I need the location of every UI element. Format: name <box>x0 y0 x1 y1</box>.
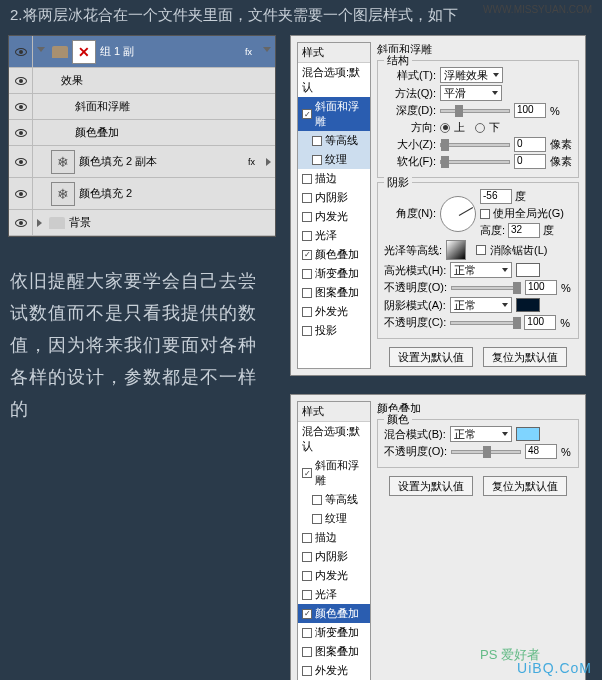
reset-default-button[interactable]: 复位为默认值 <box>483 347 567 367</box>
style-contour[interactable]: 等高线 <box>298 131 370 150</box>
style-pattern-overlay[interactable]: 图案叠加 <box>298 642 370 661</box>
expand-icon[interactable] <box>37 219 42 227</box>
style-outer-glow[interactable]: 外发光 <box>298 302 370 321</box>
visibility-icon[interactable] <box>15 103 27 111</box>
checkbox[interactable] <box>302 307 312 317</box>
style-stroke[interactable]: 描边 <box>298 528 370 547</box>
shadow-color[interactable] <box>516 298 540 312</box>
technique-select[interactable]: 平滑 <box>440 85 502 101</box>
style-drop-shadow[interactable]: 投影 <box>298 321 370 340</box>
visibility-icon[interactable] <box>15 158 27 166</box>
visibility-icon[interactable] <box>15 219 27 227</box>
radio-up[interactable] <box>440 123 450 133</box>
visibility-icon[interactable] <box>15 48 27 56</box>
style-inner-glow[interactable]: 内发光 <box>298 566 370 585</box>
style-bevel[interactable]: 斜面和浮雕 <box>298 97 370 131</box>
reset-default-button[interactable]: 复位为默认值 <box>483 476 567 496</box>
angle-input[interactable]: -56 <box>480 189 512 204</box>
checkbox[interactable] <box>302 628 312 638</box>
gloss-contour-picker[interactable] <box>446 240 466 260</box>
style-blend-default[interactable]: 混合选项:默认 <box>298 63 370 97</box>
style-inner-shadow[interactable]: 内阴影 <box>298 188 370 207</box>
checkbox[interactable] <box>302 571 312 581</box>
highlight-color[interactable] <box>516 263 540 277</box>
size-input[interactable]: 0 <box>514 137 546 152</box>
fx-header-row[interactable]: 效果 <box>9 68 275 94</box>
checkbox[interactable] <box>302 288 312 298</box>
layer-group-row[interactable]: ✕ 组 1 副 fx <box>9 36 275 68</box>
layer-bg-row[interactable]: 背景 <box>9 210 275 236</box>
soften-input[interactable]: 0 <box>514 154 546 169</box>
highlight-mode-select[interactable]: 正常 <box>450 262 512 278</box>
checkbox[interactable] <box>302 590 312 600</box>
style-pattern-overlay[interactable]: 图案叠加 <box>298 283 370 302</box>
fx-badge[interactable]: fx <box>242 47 255 57</box>
checkbox[interactable] <box>302 666 312 676</box>
blend-mode-select[interactable]: 正常 <box>450 426 512 442</box>
checkbox[interactable] <box>302 269 312 279</box>
checkbox[interactable] <box>302 250 312 260</box>
style-texture[interactable]: 纹理 <box>298 150 370 169</box>
visibility-icon[interactable] <box>15 77 27 85</box>
style-contour[interactable]: 等高线 <box>298 490 370 509</box>
style-texture[interactable]: 纹理 <box>298 509 370 528</box>
style-inner-shadow[interactable]: 内阴影 <box>298 547 370 566</box>
checkbox[interactable] <box>302 109 312 119</box>
checkbox[interactable] <box>302 193 312 203</box>
fx-expand-icon[interactable] <box>263 47 271 56</box>
soften-slider[interactable] <box>440 160 510 164</box>
global-light-checkbox[interactable] <box>480 209 490 219</box>
visibility-icon[interactable] <box>15 190 27 198</box>
checkbox[interactable] <box>302 212 312 222</box>
opacity-slider[interactable] <box>451 450 521 454</box>
fx-overlay-row[interactable]: 颜色叠加 <box>9 120 275 146</box>
checkbox[interactable] <box>302 231 312 241</box>
style-stroke[interactable]: 描边 <box>298 169 370 188</box>
style-inner-glow[interactable]: 内发光 <box>298 207 370 226</box>
altitude-input[interactable]: 32 <box>508 223 540 238</box>
checkbox[interactable] <box>302 533 312 543</box>
style-satin[interactable]: 光泽 <box>298 585 370 604</box>
checkbox[interactable] <box>302 326 312 336</box>
fx-bevel-row[interactable]: 斜面和浮雕 <box>9 94 275 120</box>
checkbox[interactable] <box>312 136 322 146</box>
style-outer-glow[interactable]: 外发光 <box>298 661 370 680</box>
make-default-button[interactable]: 设置为默认值 <box>389 476 473 496</box>
checkbox[interactable] <box>312 155 322 165</box>
radio-down[interactable] <box>475 123 485 133</box>
angle-picker[interactable] <box>440 196 476 232</box>
style-color-overlay[interactable]: 颜色叠加 <box>298 604 370 623</box>
checkbox[interactable] <box>312 514 322 524</box>
shadow-mode-select[interactable]: 正常 <box>450 297 512 313</box>
style-bevel[interactable]: 斜面和浮雕 <box>298 456 370 490</box>
checkbox[interactable] <box>302 609 312 619</box>
checkbox[interactable] <box>302 647 312 657</box>
layer-fill2copy-row[interactable]: ❄ 颜色填充 2 副本 fx <box>9 146 275 178</box>
style-blend-default[interactable]: 混合选项:默认 <box>298 422 370 456</box>
checkbox[interactable] <box>302 552 312 562</box>
style-select[interactable]: 浮雕效果 <box>440 67 503 83</box>
shadow-opacity-input[interactable]: 100 <box>524 315 556 330</box>
opacity-input[interactable]: 48 <box>525 444 557 459</box>
depth-input[interactable]: 100 <box>514 103 546 118</box>
style-color-overlay[interactable]: 颜色叠加 <box>298 245 370 264</box>
style-grad-overlay[interactable]: 渐变叠加 <box>298 623 370 642</box>
checkbox[interactable] <box>302 468 312 478</box>
style-satin[interactable]: 光泽 <box>298 226 370 245</box>
fx-badge[interactable]: fx <box>245 157 258 167</box>
visibility-icon[interactable] <box>15 129 27 137</box>
shadow-opacity-slider[interactable] <box>450 321 520 325</box>
fx-expand-icon[interactable] <box>266 158 271 166</box>
highlight-opacity-input[interactable]: 100 <box>525 280 557 295</box>
layer-fill2-row[interactable]: ❄ 颜色填充 2 <box>9 178 275 210</box>
overlay-color-swatch[interactable] <box>516 427 540 441</box>
antialias-checkbox[interactable] <box>476 245 486 255</box>
checkbox[interactable] <box>302 174 312 184</box>
depth-slider[interactable] <box>440 109 510 113</box>
style-grad-overlay[interactable]: 渐变叠加 <box>298 264 370 283</box>
make-default-button[interactable]: 设置为默认值 <box>389 347 473 367</box>
size-slider[interactable] <box>440 143 510 147</box>
highlight-opacity-slider[interactable] <box>451 286 521 290</box>
expand-icon[interactable] <box>37 47 45 56</box>
checkbox[interactable] <box>312 495 322 505</box>
